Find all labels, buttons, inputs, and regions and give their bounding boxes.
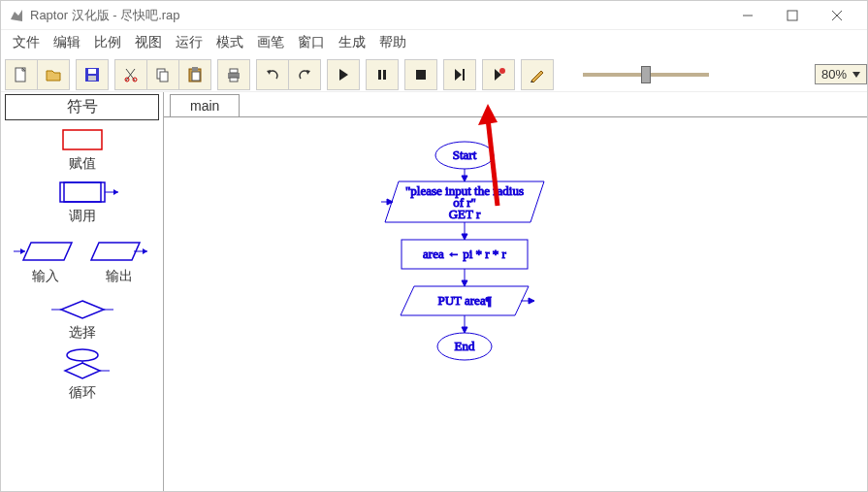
svg-rect-13 — [160, 72, 168, 82]
app-icon — [9, 8, 24, 23]
scissors-icon — [123, 67, 139, 82]
svg-rect-24 — [383, 70, 386, 80]
svg-marker-22 — [339, 69, 348, 81]
step-over-icon — [452, 67, 467, 82]
minimize-button[interactable] — [725, 1, 770, 30]
svg-marker-35 — [23, 243, 72, 260]
svg-marker-26 — [455, 69, 462, 81]
svg-rect-6 — [88, 69, 96, 74]
symbol-output[interactable]: 输出 — [85, 237, 153, 285]
annotation-arrow-icon — [478, 104, 517, 211]
svg-marker-21 — [306, 70, 310, 75]
undo-button[interactable] — [256, 59, 289, 90]
menu-generate[interactable]: 生成 — [338, 34, 366, 51]
breakpoint-icon — [491, 67, 506, 82]
print-button[interactable] — [217, 59, 250, 90]
cut-button[interactable] — [114, 59, 147, 90]
folder-open-icon — [46, 67, 61, 82]
menu-run[interactable]: 运行 — [176, 34, 203, 51]
menu-brush[interactable]: 画笔 — [257, 34, 284, 51]
window-title: Raptor 汉化版 - 尽快吧.rap — [30, 7, 725, 24]
svg-point-44 — [67, 349, 98, 361]
symbol-label: 输入 — [12, 268, 80, 285]
svg-marker-40 — [143, 248, 147, 254]
menu-edit[interactable]: 编辑 — [53, 34, 80, 51]
svg-rect-18 — [230, 69, 238, 73]
svg-text:PUT area¶: PUT area¶ — [437, 293, 491, 308]
svg-marker-34 — [113, 189, 118, 195]
symbol-label: 选择 — [1, 324, 163, 342]
svg-marker-37 — [20, 248, 25, 254]
pen-icon — [530, 67, 545, 82]
copy-icon — [155, 67, 171, 82]
menubar: 文件 编辑 比例 视图 运行 模式 画笔 窗口 生成 帮助 — [1, 30, 867, 55]
zoom-value: 80% — [821, 67, 847, 82]
pause-icon — [374, 67, 390, 82]
menu-mode[interactable]: 模式 — [216, 34, 243, 51]
symbol-label: 赋值 — [1, 155, 163, 173]
pause-button[interactable] — [366, 59, 399, 90]
new-file-icon — [14, 67, 29, 82]
play-button[interactable] — [327, 59, 360, 90]
menu-file[interactable]: 文件 — [13, 34, 40, 51]
svg-marker-69 — [529, 298, 534, 304]
svg-marker-49 — [478, 104, 498, 125]
svg-marker-41 — [61, 301, 104, 318]
symbol-label: 输出 — [85, 268, 153, 285]
symbol-label: 调用 — [1, 208, 163, 225]
svg-text:GET r: GET r — [449, 207, 481, 221]
dropdown-icon — [852, 72, 860, 78]
palette-title: 符号 — [5, 94, 159, 120]
undo-icon — [265, 67, 280, 82]
menu-view[interactable]: 视图 — [135, 34, 162, 51]
svg-rect-25 — [416, 70, 426, 80]
svg-rect-30 — [63, 130, 102, 149]
svg-rect-31 — [60, 182, 105, 202]
svg-rect-15 — [192, 72, 200, 81]
svg-point-29 — [499, 68, 505, 74]
svg-marker-38 — [91, 243, 140, 260]
zoom-select[interactable]: 80% — [815, 64, 867, 84]
symbol-label: 循环 — [1, 384, 163, 402]
printer-icon — [226, 67, 241, 82]
breakpoint-button[interactable] — [482, 59, 515, 90]
paste-icon — [187, 67, 203, 82]
menu-scale[interactable]: 比例 — [94, 34, 121, 51]
menu-window[interactable]: 窗口 — [298, 34, 325, 51]
svg-point-11 — [133, 78, 137, 82]
save-button[interactable] — [76, 59, 109, 90]
redo-button[interactable] — [288, 59, 321, 90]
save-icon — [84, 67, 100, 82]
svg-marker-53 — [462, 176, 467, 181]
flowchart-canvas[interactable]: Start "please input the radius of r" GET… — [164, 117, 867, 492]
close-button[interactable] — [815, 1, 859, 30]
new-button[interactable] — [5, 59, 38, 90]
open-button[interactable] — [37, 59, 70, 90]
symbol-call[interactable]: 调用 — [1, 179, 163, 225]
svg-rect-1 — [788, 11, 797, 20]
svg-rect-7 — [88, 76, 96, 81]
menu-help[interactable]: 帮助 — [379, 34, 406, 51]
symbol-input[interactable]: 输入 — [12, 237, 80, 285]
svg-marker-56 — [387, 199, 393, 205]
symbol-loop[interactable]: 循环 — [1, 347, 163, 402]
stop-icon — [413, 67, 429, 82]
symbol-select[interactable]: 选择 — [1, 297, 163, 342]
paste-button[interactable] — [178, 59, 211, 90]
stop-button[interactable] — [404, 59, 437, 90]
tab-main[interactable]: main — [170, 94, 240, 116]
symbol-palette: 符号 赋值 调用 输入 输出 选择 循环 — [1, 92, 164, 492]
maximize-button[interactable] — [770, 1, 815, 30]
copy-button[interactable] — [146, 59, 179, 90]
svg-rect-16 — [192, 67, 198, 71]
svg-marker-65 — [462, 280, 467, 286]
svg-text:area ← pi * r * r: area ← pi * r * r — [423, 246, 507, 261]
svg-text:Start: Start — [453, 148, 477, 162]
svg-marker-20 — [267, 70, 271, 75]
pen-button[interactable] — [521, 59, 554, 90]
speed-slider[interactable] — [583, 73, 709, 77]
symbol-assign[interactable]: 赋值 — [1, 126, 163, 173]
toolbar: 80% — [1, 57, 867, 92]
flowchart: Start "please input the radius of r" GET… — [338, 141, 591, 408]
step-button[interactable] — [443, 59, 476, 90]
